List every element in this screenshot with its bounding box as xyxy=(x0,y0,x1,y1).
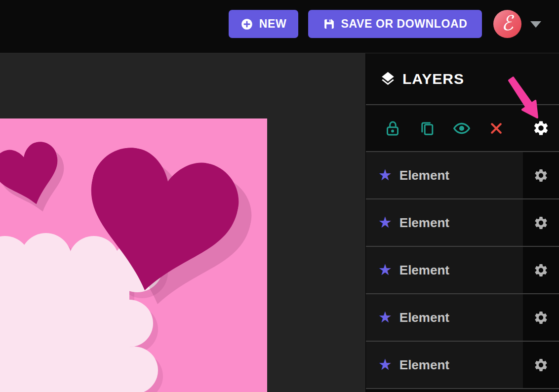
layer-row-main[interactable]: ★ Element xyxy=(366,342,523,388)
layer-label: Element xyxy=(399,215,449,231)
layer-row[interactable]: ★ Element xyxy=(366,341,559,388)
layer-label: Element xyxy=(399,263,449,278)
delete-x-icon[interactable] xyxy=(487,119,505,137)
element-star-icon: ★ xyxy=(378,357,392,372)
layer-gear-col xyxy=(523,199,559,246)
layers-panel-header: LAYERS xyxy=(366,53,559,104)
panel-divider xyxy=(366,388,559,389)
duplicate-icon[interactable] xyxy=(418,119,436,137)
design-canvas[interactable] xyxy=(0,53,365,392)
panel-title: LAYERS xyxy=(402,71,464,87)
element-star-icon: ★ xyxy=(378,215,392,230)
new-button-label: NEW xyxy=(259,17,286,31)
user-menu-chevron-down-icon[interactable] xyxy=(530,21,541,28)
layer-row[interactable]: ★ Element xyxy=(366,293,559,341)
layers-stack-icon xyxy=(380,71,396,87)
layer-gear-icon[interactable] xyxy=(533,168,549,183)
layers-settings-gear-icon[interactable] xyxy=(532,119,550,137)
layer-gear-col xyxy=(523,152,559,198)
layer-gear-col xyxy=(523,342,559,388)
layer-label: Element xyxy=(399,357,449,373)
avatar-initial: ℰ xyxy=(500,12,514,33)
layer-row-main[interactable]: ★ Element xyxy=(366,294,523,341)
save-or-download-button[interactable]: SAVE OR DOWNLOAD xyxy=(308,10,482,38)
plus-circle-icon xyxy=(240,18,253,31)
element-star-icon: ★ xyxy=(378,310,392,325)
layer-row[interactable]: ★ Element xyxy=(366,198,559,246)
new-button[interactable]: NEW xyxy=(229,10,298,38)
layer-gear-col xyxy=(523,247,559,293)
save-or-download-label: SAVE OR DOWNLOAD xyxy=(341,17,468,31)
floppy-disk-icon xyxy=(323,18,335,30)
layer-row[interactable]: ★ Element xyxy=(366,246,559,293)
layers-toolbar-main xyxy=(366,105,523,151)
layer-row-main[interactable]: ★ Element xyxy=(366,199,523,246)
layer-row-main[interactable]: ★ Element xyxy=(366,247,523,293)
layers-panel: LAYERS xyxy=(365,53,559,392)
top-bar: NEW SAVE OR DOWNLOAD ℰ xyxy=(0,0,559,53)
element-star-icon: ★ xyxy=(378,262,392,277)
canvas-workspace[interactable] xyxy=(0,53,365,392)
visibility-eye-icon[interactable] xyxy=(453,119,471,137)
layer-gear-icon[interactable] xyxy=(533,310,549,325)
layer-gear-icon[interactable] xyxy=(533,357,549,373)
element-star-icon: ★ xyxy=(378,167,392,183)
layer-label: Element xyxy=(399,310,449,325)
layer-gear-icon[interactable] xyxy=(533,215,549,231)
app-window: NEW SAVE OR DOWNLOAD ℰ xyxy=(0,0,559,392)
layer-gear-icon[interactable] xyxy=(533,263,549,278)
layers-toolbar xyxy=(366,104,559,151)
layer-row-main[interactable]: ★ Element xyxy=(366,152,523,198)
unlock-icon[interactable] xyxy=(384,119,401,137)
user-avatar[interactable]: ℰ xyxy=(493,10,521,38)
layer-row[interactable]: ★ Element xyxy=(366,151,559,198)
layers-toolbar-gear-col xyxy=(523,105,559,151)
layer-gear-col xyxy=(523,294,559,341)
layer-label: Element xyxy=(399,168,449,183)
